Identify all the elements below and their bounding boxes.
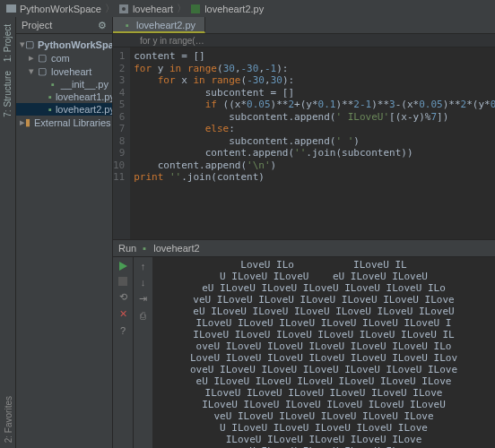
editor-tabs: ▪loveheart2.py <box>113 17 495 34</box>
svg-rect-1 <box>6 4 11 7</box>
rerun-icon[interactable] <box>117 261 128 271</box>
sidebar-title: Project <box>22 20 52 30</box>
python-file-icon: ▪ <box>139 243 150 254</box>
svg-marker-5 <box>119 262 127 271</box>
gear-icon[interactable]: ⚙ <box>98 20 107 31</box>
down-icon[interactable]: ↓ <box>141 277 146 288</box>
tree-external-libs[interactable]: ▸▮External Libraries <box>16 116 112 129</box>
debug-icon[interactable]: ⟲ <box>119 291 127 303</box>
editor-area: ▪loveheart2.py for y in range(… 12345678… <box>113 17 495 448</box>
tree-file-init[interactable]: ▪__init__.py <box>16 78 112 90</box>
print-icon[interactable]: ⎙ <box>140 310 146 321</box>
code-text[interactable]: content = [] for y in range(30,-30,-1): … <box>130 47 495 239</box>
line-gutter: 1234567891011 <box>113 47 130 239</box>
folder-icon: ▢ <box>25 39 34 50</box>
crumb-workspace[interactable]: PythonWorkSpace <box>20 4 101 14</box>
help-icon[interactable]: ? <box>120 325 126 336</box>
crumb-file[interactable]: loveheart2.py <box>204 4 264 14</box>
svg-rect-6 <box>118 277 127 286</box>
run-tool-header: Run ▪ loveheart2 <box>113 239 495 257</box>
tree-root[interactable]: ▾▢PythonWorkSpace E:\PythonW <box>16 38 112 51</box>
python-file-icon: ▪ <box>122 20 133 30</box>
folder-icon <box>5 4 16 14</box>
svg-point-3 <box>122 7 126 11</box>
bottom-strip: 2: Favorites <box>0 340 16 448</box>
wrap-icon[interactable]: ⇥ <box>139 293 147 305</box>
crumb-package[interactable]: loveheart <box>133 4 173 14</box>
editor-breadcrumb: for y in range(… <box>113 34 495 47</box>
tab-loveheart2[interactable]: ▪loveheart2.py <box>113 17 205 33</box>
project-sidebar: Project ⚙ ▾▢PythonWorkSpace E:\PythonW ▸… <box>16 17 113 448</box>
run-config-name: loveheart2 <box>153 243 199 254</box>
tree-folder-com[interactable]: ▸▢com <box>16 51 112 65</box>
project-tree: ▾▢PythonWorkSpace E:\PythonW ▸▢com ▾▢lov… <box>16 34 112 133</box>
package-icon <box>118 4 129 14</box>
run-toolbar-2: ↑ ↓ ⇥ ⎙ <box>133 257 152 449</box>
svg-rect-4 <box>191 4 200 13</box>
tree-file-loveheart2[interactable]: ▪loveheart2.py <box>16 103 112 116</box>
breadcrumb: PythonWorkSpace 〉 loveheart 〉 loveheart2… <box>0 0 495 17</box>
project-tool-button[interactable]: 1: Project <box>3 24 13 62</box>
tree-folder-loveheart[interactable]: ▾▢loveheart <box>16 65 112 78</box>
structure-tool-button[interactable]: 7: Structure <box>3 71 13 117</box>
run-title: Run <box>118 243 136 254</box>
tree-file-loveheart1[interactable]: ▪loveheart1.py <box>16 90 112 103</box>
stop-icon[interactable] <box>118 277 127 286</box>
up-icon[interactable]: ↑ <box>141 261 146 271</box>
library-icon: ▮ <box>25 117 30 128</box>
python-file-icon: ▪ <box>48 79 57 90</box>
code-editor[interactable]: 1234567891011 content = [] for y in rang… <box>113 47 495 239</box>
close-icon[interactable]: ✕ <box>119 308 127 320</box>
run-toolbar: ⟲ ✕ ? <box>113 257 133 449</box>
favorites-tool-button[interactable]: 2: Favorites <box>4 396 13 443</box>
run-panel: ⟲ ✕ ? ↑ ↓ ⇥ ⎙ LoveU ILo ILoveU IL U ILov… <box>113 257 495 449</box>
python-file-icon <box>190 4 201 14</box>
console-output[interactable]: LoveU ILo ILoveU IL U ILoveU ILoveU eU I… <box>152 257 495 449</box>
